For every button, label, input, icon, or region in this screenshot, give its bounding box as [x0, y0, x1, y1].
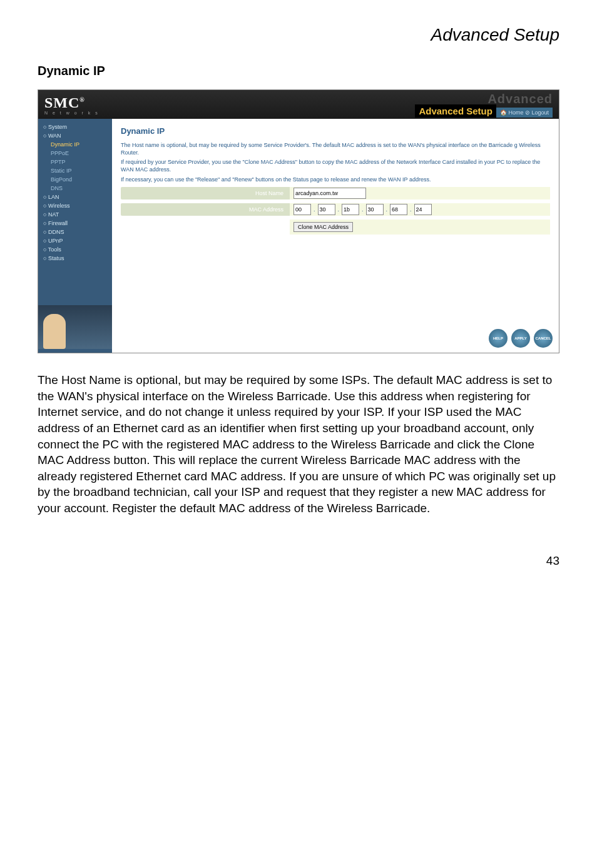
mac-sep: . [338, 206, 340, 213]
router-admin-screenshot: SMC® N e t w o r k s Advanced Advanced S… [38, 89, 559, 353]
cancel-button[interactable]: CANCEL [534, 329, 553, 348]
logo-reg: ® [79, 96, 84, 103]
sidebar-item-pptp[interactable]: PPTP [38, 158, 112, 166]
sidebar-item-bigpond[interactable]: BigPond [38, 175, 112, 184]
mac-octet-1[interactable] [318, 204, 335, 215]
logo-block: SMC® N e t w o r k s [44, 94, 100, 114]
sidebar-item-tools[interactable]: Tools [38, 245, 112, 254]
mac-sep: . [386, 206, 388, 213]
sidebar-item-upnp[interactable]: UPnP [38, 236, 112, 245]
mac-octet-5[interactable] [414, 204, 432, 215]
mac-sep: . [362, 206, 364, 213]
mac-octet-4[interactable] [390, 204, 407, 215]
sidebar-item-dns[interactable]: DNS [38, 184, 112, 193]
sidebar-item-pppoe[interactable]: PPPoE [38, 149, 112, 158]
mac-label: MAC Address [121, 203, 290, 216]
mac-octet-2[interactable] [342, 204, 359, 215]
page-header: Advanced Setup [38, 25, 559, 45]
sidebar-item-ddns[interactable]: DDNS [38, 228, 112, 236]
header-links: 🏠 Home ⊘ Logout [496, 108, 553, 118]
smc-logo: SMC® [44, 94, 85, 111]
footer-icons: HELP APPLY CANCEL [489, 329, 553, 348]
mac-row: MAC Address . . . . . [121, 203, 550, 216]
sidebar: SystemWANDynamic IPPPPoEPPTPStatic IPBig… [38, 119, 112, 353]
sidebar-item-static-ip[interactable]: Static IP [38, 166, 112, 175]
screenshot-header: SMC® N e t w o r k s Advanced Advanced S… [38, 90, 559, 119]
hostname-input[interactable] [293, 188, 366, 199]
mac-octet-3[interactable] [366, 204, 384, 215]
content-para-3: If necessary, you can use the "Release" … [121, 176, 550, 184]
help-button[interactable]: HELP [489, 329, 508, 348]
mac-octet-0[interactable] [293, 204, 311, 215]
page-number: 43 [38, 554, 559, 568]
screenshot-body: SystemWANDynamic IPPPPoEPPTPStatic IPBig… [38, 119, 559, 353]
logout-link[interactable]: Logout [531, 109, 549, 116]
mac-sep: . [314, 206, 315, 213]
logo-text: SMC [44, 94, 79, 111]
logo-subtext: N e t w o r k s [44, 111, 100, 114]
content-panel: Dynamic IP The Host name is optional, bu… [112, 119, 559, 353]
brand-right: Advanced Advanced Setup🏠 Home ⊘ Logout [415, 93, 553, 116]
sidebar-item-status[interactable]: Status [38, 254, 112, 263]
hostname-row: Host Name [121, 187, 550, 199]
content-para-1: The Host name is optional, but may be re… [121, 142, 550, 156]
body-paragraph: The Host Name is optional, but may be re… [38, 372, 559, 517]
section-title: Dynamic IP [38, 64, 559, 78]
sidebar-item-firewall[interactable]: Firewall [38, 219, 112, 228]
hostname-label: Host Name [121, 187, 290, 199]
brand-word: Advanced [415, 93, 553, 105]
apply-button[interactable]: APPLY [511, 329, 530, 348]
clone-mac-button[interactable]: Clone MAC Address [293, 222, 353, 232]
sidebar-item-wan[interactable]: WAN [38, 131, 112, 140]
sidebar-item-lan[interactable]: LAN [38, 193, 112, 201]
sidebar-item-system[interactable]: System [38, 123, 112, 131]
clone-button-row: Clone MAC Address [290, 220, 550, 235]
sidebar-item-nat[interactable]: NAT [38, 210, 112, 219]
brand-setup-label: Advanced Setup [415, 104, 496, 118]
sidebar-item-wireless[interactable]: Wireless [38, 201, 112, 210]
home-link[interactable]: Home [508, 109, 523, 116]
content-para-2: If required by your Service Provider, yo… [121, 159, 550, 173]
sidebar-figure [38, 305, 112, 349]
content-title: Dynamic IP [121, 126, 550, 136]
sidebar-item-dynamic-ip[interactable]: Dynamic IP [38, 140, 112, 149]
mac-sep: . [410, 206, 412, 213]
